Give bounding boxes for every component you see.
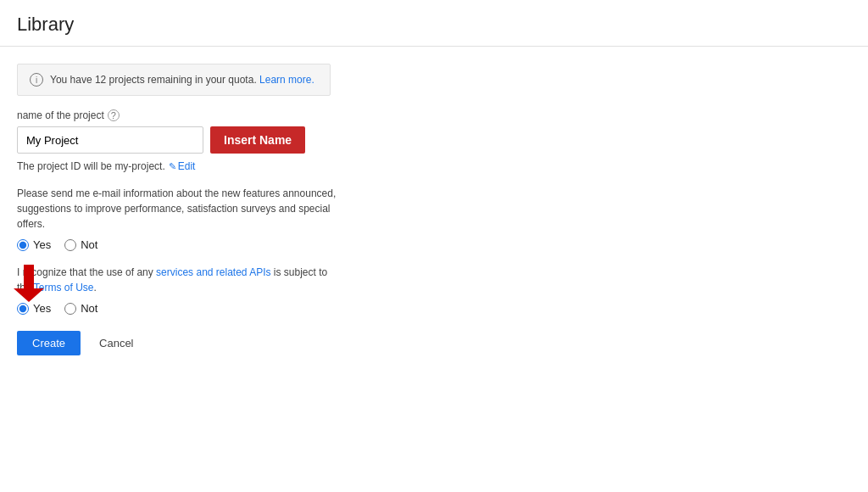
terms-yes-radio[interactable] (17, 303, 29, 315)
svg-rect-0 (24, 265, 34, 288)
terms-no-label[interactable]: Not (64, 302, 97, 315)
email-yes-radio[interactable] (17, 239, 29, 251)
email-no-label[interactable]: Not (64, 238, 97, 251)
create-button[interactable]: Create (17, 331, 81, 355)
page-title: Library (17, 14, 851, 36)
action-buttons: Create Cancel (17, 331, 492, 355)
svg-marker-1 (14, 288, 44, 302)
project-name-row: Insert Name (17, 126, 492, 154)
project-name-label: name of the project ? (17, 109, 492, 121)
insert-name-button[interactable]: Insert Name (210, 126, 305, 154)
terms-radio-wrapper: Yes Not (17, 302, 97, 315)
email-no-radio[interactable] (64, 239, 76, 251)
cancel-button[interactable]: Cancel (89, 331, 143, 355)
email-section: Please send me e-mail information about … (17, 186, 492, 251)
terms-yes-label[interactable]: Yes (17, 302, 51, 315)
main-content: i You have 12 projects remaining in your… (0, 47, 509, 372)
learn-more-link[interactable]: Learn more. (259, 74, 314, 86)
terms-text: I recognize that the use of any services… (17, 265, 339, 295)
services-link[interactable]: services and related APIs (156, 266, 270, 278)
edit-link[interactable]: ✎ Edit (169, 160, 196, 172)
header: Library (0, 0, 868, 47)
help-icon[interactable]: ? (108, 109, 120, 121)
terms-radio-group: Yes Not (17, 302, 97, 315)
annotation-arrow (14, 265, 44, 302)
quota-text: You have 12 projects remaining in your q… (50, 74, 314, 86)
edit-icon: ✎ (169, 161, 176, 172)
email-yes-label[interactable]: Yes (17, 238, 51, 251)
quota-box: i You have 12 projects remaining in your… (17, 64, 331, 96)
email-radio-group: Yes Not (17, 238, 492, 251)
email-description: Please send me e-mail information about … (17, 186, 339, 232)
project-id-text: The project ID will be my-project. (17, 160, 165, 172)
info-icon: i (30, 73, 43, 87)
terms-no-radio[interactable] (64, 303, 76, 315)
project-id-row: The project ID will be my-project. ✎ Edi… (17, 160, 492, 172)
terms-section: I recognize that the use of any services… (17, 265, 492, 317)
project-name-input[interactable] (17, 126, 203, 154)
